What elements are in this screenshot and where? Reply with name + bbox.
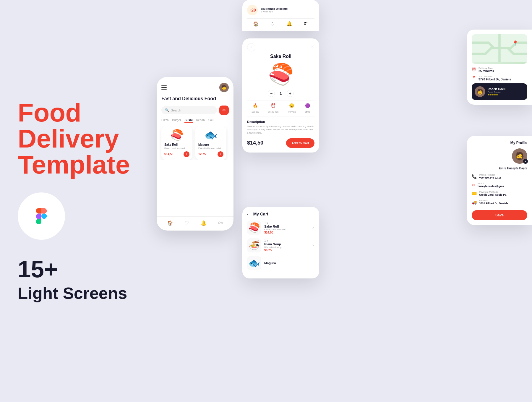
- search-icon: 🔍: [165, 108, 169, 112]
- cart-sake-remove[interactable]: ✕: [312, 226, 314, 229]
- product-image: 🍣: [247, 62, 314, 86]
- cart-sake-name: Sake Roll: [264, 225, 309, 228]
- courier-card: 🧑 Robert Odell Food Courier ★★★★★: [472, 83, 527, 100]
- cart-soup-desc: Wood-fired soup: [264, 246, 309, 249]
- profile-phone-row: 📞 Phone Number +90 410 245 22 15: [472, 174, 527, 179]
- email-icon: ✉: [472, 183, 475, 187]
- profile-name: Emre Huzeyfe Başte: [472, 167, 527, 170]
- product-favorite-button[interactable]: ♡: [310, 45, 314, 50]
- profile-email-row: ✉ Email huzeyfebastas@gma: [472, 182, 527, 188]
- notification-text: You earned 20 points!: [261, 7, 288, 10]
- notif-nav-bag[interactable]: 🛍: [304, 21, 309, 27]
- profile-avatar-container: 🧔 +: [472, 148, 527, 164]
- points-badge: +20: [247, 5, 258, 15]
- product-stats: 🔥 130 cal ⏰ 15-20 min 😊 4.9 vote 🟣 350g: [247, 100, 314, 116]
- notif-nav-bell[interactable]: 🔔: [286, 21, 292, 27]
- nav-bag-icon[interactable]: 🛍: [218, 220, 223, 226]
- phone-mockup: 🧑 Fast and Delicious Food 🔍 Search ⚙ Piz…: [157, 77, 233, 231]
- cart-card: ‹ My Cart 🍣 1 x Sake Roll Kinse, kani, a…: [242, 207, 319, 278]
- cart-soup-name: Plain Soup: [264, 242, 309, 246]
- sake-roll-image: 🍣: [164, 129, 189, 141]
- user-avatar[interactable]: 🧑: [219, 83, 229, 92]
- clock-icon: ⏰: [472, 67, 476, 72]
- cart-sake-qty: 1 x: [264, 221, 309, 225]
- delivery-time-value: 25 minutes: [479, 69, 494, 73]
- nav-bell-icon[interactable]: 🔔: [201, 220, 207, 226]
- vote-value: 4.9 vote: [288, 111, 296, 113]
- cart-sake-desc: Kinse, kani, avocado: [264, 228, 309, 231]
- notif-nav-heart[interactable]: ♡: [270, 21, 275, 27]
- stat-calories: 🔥 130 cal: [252, 103, 259, 114]
- map-roads: [472, 34, 527, 62]
- cart-sake-image: 🍣: [247, 221, 261, 235]
- sake-roll-name: Sake Roll: [164, 143, 189, 146]
- stat-weight: 🟣 350g: [305, 103, 310, 114]
- product-name: Sake Roll: [247, 54, 314, 59]
- payment-label: Payment Methods: [479, 191, 506, 193]
- search-input-box[interactable]: 🔍 Search: [161, 106, 217, 114]
- calories-value: 130 cal: [252, 111, 259, 113]
- save-button[interactable]: Save: [472, 210, 527, 220]
- cart-maguro-name: Maguro: [264, 261, 314, 265]
- cart-back-button[interactable]: ‹: [247, 212, 249, 216]
- category-pizza[interactable]: Pizza: [161, 119, 168, 123]
- stat-vote: 😊 4.9 vote: [288, 103, 296, 114]
- add-to-cart-button[interactable]: Add to Cart: [286, 138, 314, 148]
- cart-maguro-info: Maguro: [264, 261, 314, 265]
- cart-maguro-image: 🐟: [247, 256, 261, 270]
- notification-time: 2 week ago: [261, 10, 288, 13]
- notif-nav-home[interactable]: 🏠: [253, 21, 259, 27]
- address-label: Address: [479, 199, 508, 202]
- food-card-sake-roll: 🍣 Sake Roll Kinse, kani, avocado $14,50 …: [161, 126, 192, 160]
- screens-count: 15+: [18, 257, 171, 281]
- nav-home-icon[interactable]: 🏠: [167, 220, 173, 226]
- clock-icon: ⏰: [268, 103, 279, 108]
- category-tabs: Pizza Burger Sushi Kebab Sou: [157, 119, 233, 126]
- quantity-decrease-button[interactable]: −: [268, 90, 275, 97]
- sake-roll-footer: $14,50 +: [164, 151, 189, 157]
- cart-soup-qty: 1 x: [264, 239, 309, 242]
- product-back-button[interactable]: ‹: [247, 43, 255, 51]
- category-kebab[interactable]: Kebab: [196, 119, 205, 123]
- cart-item-sake-roll: 🍣 1 x Sake Roll Kinse, kani, avocado $14…: [247, 221, 314, 235]
- search-bar: 🔍 Search ⚙: [161, 106, 229, 115]
- screens-label: Light Screens: [18, 283, 171, 303]
- category-sushi[interactable]: Sushi: [184, 119, 192, 123]
- product-detail-card: ‹ ♡ Sake Roll 🍣 − 1 + 🔥 130 cal ⏰ 15-20 …: [242, 38, 319, 153]
- phone-label: Phone Number: [479, 174, 501, 176]
- main-title: Food Delivery Template: [18, 100, 171, 178]
- delivery-address-label: Your Address: [479, 75, 511, 78]
- courier-role: Food Courier: [488, 91, 505, 93]
- sake-roll-desc: Kinse, kani, avocado: [164, 147, 189, 150]
- delivery-address-row: 📍 Your Address 3720 Filbert Dr, Daniels: [472, 75, 527, 81]
- cart-item-plain-soup: 🍜 1 x Plain Soup Wood-fired soup $6,25 ✕: [247, 238, 314, 252]
- phone-bottom-nav: 🏠 ♡ 🔔 🛍: [157, 216, 233, 231]
- maguro-add-button[interactable]: +: [218, 151, 223, 157]
- filter-button[interactable]: ⚙: [219, 106, 229, 115]
- description-title: Description: [247, 120, 314, 124]
- quantity-value: 1: [280, 91, 282, 96]
- category-soup[interactable]: Sou: [208, 119, 214, 123]
- notification-item: +20 You earned 20 points! 2 week ago: [247, 5, 314, 15]
- cart-sake-price: $14,50: [264, 231, 309, 234]
- nav-heart-icon[interactable]: ♡: [185, 220, 189, 226]
- courier-avatar: 🧑: [475, 86, 485, 97]
- phone-icon: 📞: [472, 174, 477, 179]
- cart-item-maguro: 🐟 Maguro: [247, 256, 314, 270]
- hamburger-icon[interactable]: [161, 85, 167, 90]
- location-icon: 📍: [472, 76, 476, 80]
- delivery-time-label: Delivery Time: [479, 67, 494, 69]
- maguro-image: 🐟: [198, 129, 223, 141]
- quantity-increase-button[interactable]: +: [287, 90, 294, 97]
- profile-add-photo-button[interactable]: +: [523, 159, 528, 164]
- cart-soup-price: $6,25: [264, 249, 309, 252]
- figma-logo-container: [18, 192, 65, 240]
- filter-icon: ⚙: [222, 108, 226, 112]
- description-text: Sake is produced by a leavening process …: [247, 125, 314, 135]
- description-section: Description Sake is produced by a leaven…: [247, 120, 314, 135]
- sake-roll-add-button[interactable]: +: [184, 151, 189, 157]
- category-burger[interactable]: Burger: [172, 119, 181, 123]
- left-section: Food Delivery Template 15+ Light Screens: [18, 0, 171, 402]
- phone-greeting: Fast and Delicious Food: [157, 95, 233, 106]
- cart-soup-remove[interactable]: ✕: [312, 244, 314, 247]
